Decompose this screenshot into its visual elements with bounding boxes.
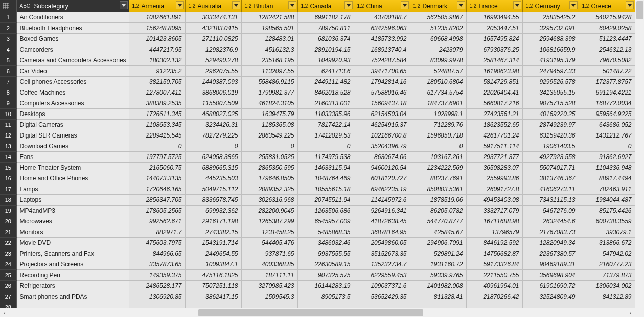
value-cell[interactable]: 3569698.904 (522, 269, 579, 280)
value-cell[interactable]: 16190623.98 (466, 65, 522, 76)
value-cell[interactable]: 128483.01 (241, 33, 297, 44)
value-cell[interactable]: 1155007.509 (185, 98, 241, 108)
value-cell[interactable] (129, 302, 185, 308)
value-cell[interactable]: 844966.65 (129, 248, 185, 259)
value-cell[interactable]: 643686.052 (579, 119, 635, 130)
row-number[interactable]: 22 (0, 237, 16, 248)
value-cell[interactable]: 184737.6901 (410, 98, 466, 108)
value-cell[interactable]: 1931160.72 (410, 259, 466, 269)
subcategory-cell[interactable]: Digital Cameras (16, 119, 129, 130)
value-cell[interactable]: 86205.0782 (410, 205, 466, 216)
row-number[interactable]: 18 (0, 194, 16, 205)
column-header-greece[interactable]: 1.2Greece (579, 0, 635, 12)
value-cell[interactable]: 5660817.216 (466, 98, 522, 108)
column-header-armenia[interactable]: 1.2Armenia (129, 0, 185, 12)
column-header-france[interactable]: 1.2France (466, 0, 522, 12)
value-cell[interactable]: 5937555.55 (297, 248, 354, 259)
row-number[interactable]: 15 (0, 162, 16, 173)
value-cell[interactable]: 907325.575 (297, 269, 354, 280)
value-cell[interactable]: 1984044.487 (579, 194, 635, 205)
value-cell[interactable]: 6018120.727 (354, 173, 410, 184)
value-cell[interactable]: 51235.8202 (410, 22, 466, 33)
row-number[interactable]: 23 (0, 248, 16, 259)
subcategory-cell[interactable]: Air Conditioners (16, 12, 129, 22)
subcategory-cell[interactable]: Home Theater System (16, 162, 129, 173)
value-cell[interactable]: 180302.132 (129, 55, 185, 65)
value-cell[interactable]: 21767083.73 (522, 227, 579, 237)
value-cell[interactable]: 475116.1825 (185, 269, 241, 280)
value-cell[interactable]: 90469189.31 (522, 259, 579, 269)
value-cell[interactable]: 25835425.2 (522, 12, 579, 22)
subcategory-cell[interactable]: Monitors (16, 227, 129, 237)
filter-dropdown-icon[interactable] (513, 1, 521, 9)
value-cell[interactable]: 179646.8505 (241, 173, 297, 184)
table-row[interactable]: 9Computers Accessories388389.25351155007… (0, 98, 635, 108)
table-row[interactable]: 25Recording Pen149359.375475116.18251871… (0, 269, 635, 280)
value-cell[interactable]: 144073.3135 (129, 173, 185, 184)
value-cell[interactable]: 2581467.314 (466, 55, 522, 65)
rownum-header[interactable] (0, 0, 16, 12)
value-cell[interactable] (185, 302, 241, 308)
value-cell[interactable]: 501487.22 (579, 65, 635, 76)
value-cell[interactable]: 1132097.55 (241, 65, 297, 76)
value-cell[interactable]: 2160777.23 (579, 259, 635, 269)
value-cell[interactable]: 43700188.7 (354, 12, 410, 22)
value-cell[interactable]: 992562.671 (129, 216, 185, 227)
value-cell[interactable]: 0 (579, 141, 635, 151)
value-cell[interactable]: 149359.375 (129, 269, 185, 280)
value-cell[interactable]: 109037371.6 (354, 280, 410, 291)
value-cell[interactable]: 461824.3105 (241, 98, 297, 108)
value-cell[interactable]: 540215.9428 (579, 12, 635, 22)
value-cell[interactable]: 789750.811 (297, 22, 354, 33)
value-cell[interactable]: 103167.261 (410, 151, 466, 162)
value-cell[interactable]: 73431115.13 (522, 194, 579, 205)
value-cell[interactable]: 0 (297, 141, 354, 151)
subcategory-cell[interactable]: Computers Accessories (16, 98, 129, 108)
value-cell[interactable]: 882971.7 (129, 227, 185, 237)
subcategory-cell[interactable]: Coffee Machines (16, 87, 129, 98)
value-cell[interactable]: 937871.65 (241, 248, 297, 259)
value-cell[interactable]: 2916171.198 (185, 216, 241, 227)
value-cell[interactable]: 9299526.578 (522, 76, 579, 87)
value-cell[interactable]: 5485868.35 (297, 227, 354, 237)
table-row[interactable]: 7Cell phones Accessories382150.705144038… (0, 76, 635, 87)
value-cell[interactable]: 4003368.85 (241, 259, 297, 269)
value-cell[interactable]: 1306034.002 (579, 280, 635, 291)
value-cell[interactable]: 1028998.1 (410, 108, 466, 119)
value-cell[interactable]: 34135055.15 (522, 87, 579, 98)
filter-dropdown-icon[interactable] (626, 1, 634, 9)
value-cell[interactable]: 3026316.968 (241, 194, 297, 205)
value-cell[interactable] (466, 302, 522, 308)
table-row[interactable]: 24Projectors and Screens3357873.65100938… (0, 259, 635, 269)
value-cell[interactable]: 1596850.718 (410, 130, 466, 141)
value-cell[interactable]: 1431212.767 (579, 130, 635, 141)
value-cell[interactable]: 3295732.091 (522, 22, 579, 33)
value-cell[interactable]: 235168.195 (241, 55, 297, 65)
row-number[interactable]: 19 (0, 205, 16, 216)
filter-dropdown-icon[interactable] (232, 1, 240, 9)
value-cell[interactable]: 2937721.377 (466, 151, 522, 162)
value-cell[interactable] (354, 302, 410, 308)
value-cell[interactable]: 2449111.482 (297, 76, 354, 87)
value-cell[interactable]: 1174979.538 (297, 151, 354, 162)
row-number[interactable]: 6 (0, 65, 16, 76)
table-row[interactable]: 17Lamps1720646.1655049715.1122089352.325… (0, 184, 635, 194)
row-number[interactable]: 3 (0, 33, 16, 44)
value-cell[interactable]: 13796579 (466, 227, 522, 237)
value-cell[interactable]: 841312.89 (579, 291, 635, 302)
value-cell[interactable]: 4193195.379 (522, 55, 579, 65)
value-cell[interactable]: 14756682.87 (466, 248, 522, 259)
value-cell[interactable]: 16144283.19 (297, 280, 354, 291)
table-row[interactable]: 11Digital Cameras1108653.3453234426.3111… (0, 119, 635, 130)
value-cell[interactable]: 60429.0258 (579, 22, 635, 33)
table-row[interactable]: 6Car Video912235.22962075.551132097.5562… (0, 65, 635, 76)
filter-dropdown-icon[interactable] (288, 1, 296, 9)
row-number[interactable]: 7 (0, 76, 16, 87)
subcategory-cell[interactable]: Microwaves (16, 216, 129, 227)
value-cell[interactable]: 2865350.595 (241, 162, 297, 173)
value-cell[interactable]: 0 (185, 141, 241, 151)
value-cell[interactable]: 10093847.1 (185, 259, 241, 269)
value-cell[interactable]: 8336578.745 (185, 194, 241, 205)
row-number[interactable]: 2 (0, 22, 16, 33)
value-cell[interactable]: 3862417.15 (185, 291, 241, 302)
